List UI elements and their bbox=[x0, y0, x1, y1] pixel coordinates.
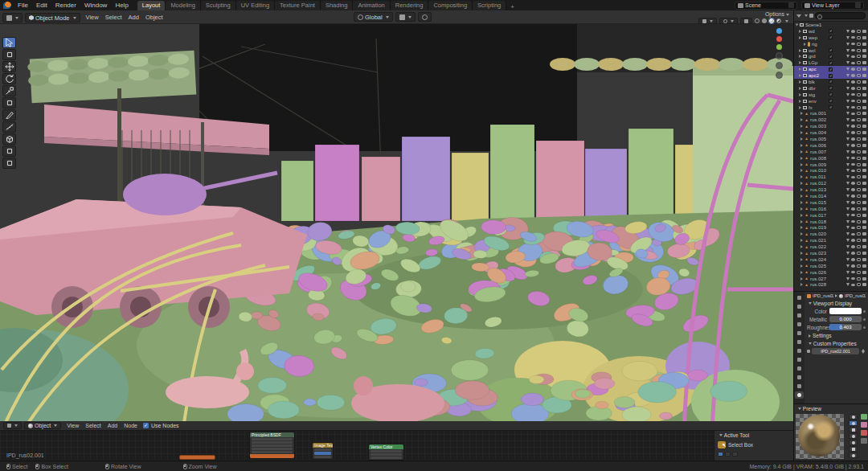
menu-edit[interactable]: Edit bbox=[32, 2, 51, 9]
outliner-row-object[interactable]: rus.022 bbox=[794, 244, 868, 250]
outliner-row-object[interactable]: rus.025 bbox=[794, 263, 868, 269]
outliner-row-object[interactable]: rus.024 bbox=[794, 256, 868, 263]
snap-toggle[interactable] bbox=[395, 12, 416, 22]
cloth-preview-button[interactable] bbox=[849, 446, 858, 452]
particles-tab[interactable] bbox=[795, 365, 804, 372]
remove-view-layer-button[interactable] bbox=[855, 2, 861, 8]
scene-tab[interactable] bbox=[795, 330, 804, 337]
move-tool[interactable] bbox=[2, 61, 16, 72]
viewport-3d[interactable] bbox=[0, 24, 793, 421]
outliner-row-collection[interactable]: dbr bbox=[794, 85, 868, 92]
workspace-tab-texture-paint[interactable]: Texture Paint bbox=[275, 1, 321, 10]
drag-handle-icon[interactable] bbox=[807, 350, 810, 353]
workspace-tab-scripting[interactable]: Scripting bbox=[473, 1, 506, 10]
cursor-tool[interactable] bbox=[2, 49, 16, 60]
outliner-row-collection[interactable]: blk bbox=[794, 79, 868, 85]
shading-menu-chevron-icon[interactable] bbox=[785, 20, 788, 23]
shader-menu-select[interactable]: Select bbox=[82, 421, 104, 431]
texture-tab-icon[interactable] bbox=[861, 430, 867, 436]
outliner-row-collection[interactable]: wcl bbox=[794, 47, 868, 54]
proportional-editing-toggle[interactable] bbox=[418, 12, 432, 22]
shader-menu-node[interactable]: Node bbox=[121, 421, 141, 431]
node-principled-bsdf[interactable]: Principled BSDF bbox=[249, 432, 295, 459]
measure-tool[interactable] bbox=[2, 121, 16, 133]
navigation-gizmo[interactable] bbox=[769, 28, 788, 79]
node-collapsed-texture[interactable] bbox=[179, 455, 215, 460]
outliner-row-object[interactable]: rus.023 bbox=[794, 250, 868, 256]
outliner-row-object[interactable]: rus.007 bbox=[794, 149, 868, 155]
viewport-menu-add[interactable]: Add bbox=[125, 12, 142, 23]
fluid-preview-button[interactable] bbox=[849, 453, 858, 458]
xray-toggle[interactable] bbox=[740, 18, 752, 24]
material-tab-icon[interactable] bbox=[861, 422, 867, 428]
outliner-row-object[interactable]: rus.018 bbox=[794, 219, 868, 225]
workspace-tab-shading[interactable]: Shading bbox=[321, 1, 354, 10]
outliner-row-object[interactable]: rus.016 bbox=[794, 206, 868, 212]
workspace-tab-compositing[interactable]: Compositing bbox=[428, 1, 473, 10]
tool-option-button[interactable] bbox=[725, 452, 731, 457]
axis-z-icon[interactable] bbox=[776, 28, 782, 34]
menu-window[interactable]: Window bbox=[80, 2, 111, 9]
settings-panel-header[interactable]: Settings bbox=[807, 333, 866, 338]
scale-tool[interactable] bbox=[2, 85, 16, 96]
gizmo-menu[interactable] bbox=[698, 18, 717, 24]
tool-option-button[interactable] bbox=[718, 452, 723, 457]
camera-view-icon[interactable] bbox=[776, 72, 783, 79]
sphere-preview-button[interactable] bbox=[849, 420, 858, 426]
material-tab[interactable] bbox=[795, 391, 804, 399]
axis-y-icon[interactable] bbox=[776, 44, 782, 50]
hair-preview-button[interactable] bbox=[849, 433, 858, 439]
outliner-row-collection[interactable]: fx bbox=[794, 104, 868, 111]
menu-help[interactable]: Help bbox=[111, 2, 132, 9]
editor-type-button[interactable] bbox=[2, 13, 23, 23]
custom-property-button[interactable]: IPD_rus02.001 bbox=[812, 348, 859, 354]
outliner-row-object[interactable]: rus.020 bbox=[794, 231, 868, 237]
workspace-tab-modeling[interactable]: Modeling bbox=[166, 1, 200, 10]
outliner-row-object[interactable]: rus.001 bbox=[794, 110, 868, 117]
metallic-slider[interactable]: 0.000 bbox=[829, 316, 862, 322]
outliner-search-input[interactable] bbox=[815, 12, 866, 19]
new-scene-button[interactable] bbox=[788, 2, 794, 8]
tool-tab[interactable] bbox=[795, 294, 804, 301]
mode-select[interactable]: Object Mode bbox=[25, 13, 80, 23]
scene-selector[interactable]: Scene bbox=[735, 2, 797, 10]
outliner-row-collection[interactable]: wep bbox=[794, 35, 868, 41]
outliner-row-object[interactable]: rus.010 bbox=[794, 167, 868, 174]
outliner-row-object[interactable]: rus.002 bbox=[794, 117, 868, 123]
menu-file[interactable]: File bbox=[14, 2, 32, 9]
viewport-menu-view[interactable]: View bbox=[83, 12, 102, 23]
rotate-tool[interactable] bbox=[2, 73, 16, 84]
view-layer-tab[interactable] bbox=[795, 321, 804, 328]
blender-logo-icon[interactable] bbox=[3, 2, 11, 9]
shading-material-preview-button[interactable] bbox=[769, 18, 774, 23]
editor-type-button[interactable] bbox=[3, 422, 22, 429]
shader-menu-view[interactable]: View bbox=[63, 421, 82, 431]
viewport-menu-select[interactable]: Select bbox=[102, 12, 125, 23]
outliner-row-object[interactable]: rus.004 bbox=[794, 129, 868, 136]
view-layer-selector[interactable]: View Layer bbox=[801, 2, 864, 10]
node-image-texture[interactable]: Image Texture bbox=[312, 442, 334, 460]
shaderball-preview-button[interactable] bbox=[849, 440, 858, 445]
output-tab[interactable] bbox=[795, 312, 804, 319]
pan-control-icon[interactable] bbox=[776, 62, 783, 69]
node-canvas[interactable]: Principled BSDF Image Texture Vertex Col… bbox=[0, 431, 793, 461]
viewport-color-swatch[interactable] bbox=[829, 308, 862, 314]
add-workspace-button[interactable]: + bbox=[506, 3, 518, 10]
custom-properties-panel-header[interactable]: Custom Properties bbox=[807, 341, 866, 346]
workspace-tab-rendering[interactable]: Rendering bbox=[391, 1, 429, 10]
zoom-control-icon[interactable] bbox=[776, 52, 783, 59]
outliner-row-collection[interactable]: env bbox=[794, 98, 868, 104]
workspace-tab-uv-editing[interactable]: UV Editing bbox=[236, 1, 275, 10]
use-nodes-checkbox[interactable] bbox=[143, 423, 149, 428]
select-box-tool[interactable] bbox=[2, 37, 16, 48]
outliner-row-collection[interactable]: apc2 bbox=[794, 72, 868, 79]
outliner-row-object[interactable]: rus.015 bbox=[794, 199, 868, 206]
outliner-row-object[interactable]: rus.013 bbox=[794, 186, 868, 193]
overlays-menu[interactable] bbox=[719, 18, 738, 24]
shading-solid-button[interactable] bbox=[762, 18, 767, 23]
misc-tab-icon[interactable] bbox=[861, 438, 867, 444]
outliner-row-object[interactable]: rus.028 bbox=[794, 282, 868, 289]
viewport-display-panel-header[interactable]: Viewport Display bbox=[807, 301, 866, 306]
outliner-row-object[interactable]: rus.008 bbox=[794, 155, 868, 162]
cube-preview-button[interactable] bbox=[849, 427, 858, 432]
